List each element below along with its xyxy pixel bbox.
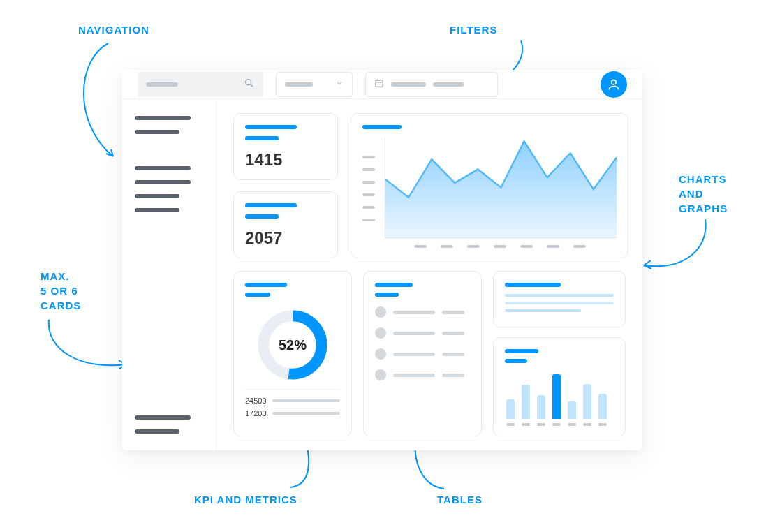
- svg-rect-2: [376, 80, 383, 86]
- annotation-charts-l3: GRAPHS: [679, 202, 728, 214]
- arrow-max-cards: [43, 316, 134, 378]
- card-title: [245, 125, 297, 129]
- nav-group-bottom: [135, 415, 203, 434]
- chart-plot-area: [385, 138, 617, 238]
- dashboard-content: 1415 2057: [216, 99, 642, 450]
- donut-card: 52% 24500 17200: [233, 271, 352, 436]
- nav-item[interactable]: [135, 180, 191, 184]
- bar-chart: [505, 370, 614, 419]
- search-input[interactable]: [138, 72, 263, 97]
- annotation-charts-l2: AND: [679, 188, 704, 200]
- nav-group-middle: [135, 166, 203, 212]
- table-row[interactable]: [375, 348, 470, 360]
- kpi-value-2: 2057: [245, 228, 326, 248]
- annotation-max-cards-l2: 5 OR 6: [40, 285, 78, 297]
- card-subtitle: [375, 293, 399, 297]
- avatar-icon: [375, 327, 386, 339]
- area-chart: [385, 138, 617, 237]
- donut-chart: 52%: [254, 306, 331, 383]
- legend-row: 17200: [245, 409, 340, 418]
- chart-y-ticks: [362, 138, 375, 238]
- search-placeholder: [146, 82, 178, 87]
- date-placeholder: [391, 82, 426, 87]
- line-chart-card: [351, 113, 628, 258]
- bar-chart-card: [493, 337, 626, 436]
- calendar-icon: [374, 78, 384, 91]
- legend-value: 24500: [245, 397, 267, 405]
- dashboard-window: 1415 2057: [122, 70, 642, 450]
- kpi-column: 1415 2057: [233, 113, 338, 258]
- nav-item[interactable]: [135, 166, 191, 170]
- card-subtitle: [245, 214, 279, 219]
- text-card: [493, 271, 626, 327]
- svg-point-0: [246, 79, 251, 84]
- annotation-charts: CHARTS AND GRAPHS: [679, 172, 728, 216]
- svg-point-6: [612, 80, 617, 84]
- card-title: [245, 283, 287, 287]
- nav-item[interactable]: [135, 208, 179, 212]
- kpi-card-2: 2057: [233, 191, 338, 258]
- user-icon: [607, 77, 621, 91]
- chevron-down-icon: [335, 79, 344, 89]
- nav-item[interactable]: [135, 130, 179, 134]
- kpi-card-1: 1415: [233, 113, 338, 180]
- card-subtitle: [245, 136, 279, 140]
- nav-group-top: [135, 116, 203, 134]
- card-title: [245, 203, 297, 207]
- dashboard-body: 1415 2057: [122, 98, 642, 450]
- sidebar-nav: [122, 99, 216, 450]
- avatar-icon: [375, 348, 386, 360]
- chart-x-ticks: [362, 238, 617, 248]
- annotation-filters: FILTERS: [450, 23, 497, 37]
- table-row[interactable]: [375, 327, 470, 339]
- user-avatar[interactable]: [601, 71, 627, 98]
- donut-legend: 24500 17200: [245, 389, 340, 418]
- kpi-value-1: 1415: [245, 150, 326, 170]
- annotation-max-cards: MAX. 5 OR 6 CARDS: [40, 269, 81, 313]
- card-title: [362, 125, 402, 129]
- card-subtitle: [505, 359, 527, 363]
- annotation-kpi: KPI AND METRICS: [194, 493, 297, 507]
- nav-item[interactable]: [135, 415, 191, 420]
- dashboard-header: [122, 70, 642, 98]
- annotation-max-cards-l1: MAX.: [40, 270, 70, 282]
- filter-select[interactable]: [276, 72, 353, 97]
- card-title: [505, 283, 561, 287]
- filter-placeholder: [285, 82, 313, 87]
- table-row[interactable]: [375, 306, 470, 318]
- search-icon: [244, 77, 255, 91]
- avatar-icon: [375, 306, 386, 318]
- card-title: [505, 349, 538, 353]
- legend-row: 24500: [245, 397, 340, 405]
- annotation-charts-l1: CHARTS: [679, 173, 727, 185]
- bar-x-ticks: [505, 419, 614, 426]
- annotation-tables: TABLES: [437, 493, 483, 507]
- arrow-charts: [635, 214, 712, 283]
- nav-item[interactable]: [135, 429, 179, 434]
- donut-center-label: 52%: [254, 306, 331, 383]
- avatar-icon: [375, 369, 386, 380]
- legend-value: 17200: [245, 409, 267, 418]
- annotation-max-cards-l3: CARDS: [40, 300, 81, 311]
- nav-item[interactable]: [135, 116, 191, 120]
- date-placeholder-2: [433, 82, 464, 87]
- annotation-navigation: NAVIGATION: [78, 23, 149, 37]
- nav-item[interactable]: [135, 194, 179, 198]
- table-rows: [375, 306, 470, 380]
- table-card: [363, 271, 482, 436]
- card-title: [375, 283, 413, 287]
- svg-line-1: [251, 84, 253, 87]
- card-subtitle: [245, 293, 270, 297]
- date-range-picker[interactable]: [365, 72, 498, 97]
- table-row[interactable]: [375, 369, 470, 380]
